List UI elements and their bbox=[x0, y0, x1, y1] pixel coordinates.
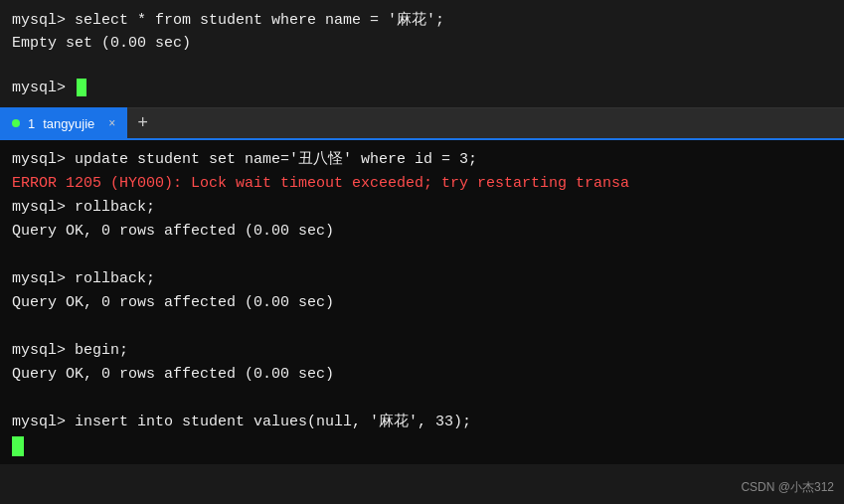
tab-active-dot bbox=[12, 119, 20, 127]
bottom-line-1: mysql> update student set name='丑八怪' whe… bbox=[12, 148, 832, 172]
tab-1-tangyujie[interactable]: 1 tangyujie × bbox=[0, 107, 127, 139]
tab-name: tangyujie bbox=[43, 116, 94, 131]
bottom-cursor bbox=[12, 436, 24, 456]
bottom-terminal: mysql> update student set name='丑八怪' whe… bbox=[0, 140, 844, 464]
bottom-line-4: Query OK, 0 rows affected (0.00 sec) bbox=[12, 220, 832, 244]
bottom-line-9: mysql> begin; bbox=[12, 339, 832, 363]
watermark: CSDN @小杰312 bbox=[741, 479, 834, 496]
bottom-line-2-error: ERROR 1205 (HY000): Lock wait timeout ex… bbox=[12, 172, 832, 196]
tab-close-button[interactable]: × bbox=[108, 116, 115, 130]
tab-add-button[interactable]: + bbox=[127, 107, 158, 139]
top-terminal: mysql> select * from student where name … bbox=[0, 0, 844, 108]
bottom-line-8-blank bbox=[12, 315, 832, 339]
bottom-line-11-blank bbox=[12, 387, 832, 411]
bottom-line-5-blank bbox=[12, 244, 832, 267]
cursor bbox=[77, 79, 86, 96]
bottom-line-12: mysql> insert into student values(null, … bbox=[12, 411, 832, 434]
bottom-line-7: Query OK, 0 rows affected (0.00 sec) bbox=[12, 291, 832, 315]
tab-bar: 1 tangyujie × + bbox=[0, 108, 844, 140]
tab-number: 1 bbox=[28, 116, 35, 131]
bottom-line-10: Query OK, 0 rows affected (0.00 sec) bbox=[12, 363, 832, 387]
bottom-line-6: mysql> rollback; bbox=[12, 267, 832, 291]
top-line-1: mysql> select * from student where name … bbox=[12, 10, 832, 33]
top-line-2: Empty set (0.00 sec) bbox=[12, 33, 832, 56]
top-line-3 bbox=[12, 55, 832, 78]
bottom-line-3: mysql> rollback; bbox=[12, 196, 832, 220]
top-line-4: mysql> bbox=[12, 78, 832, 100]
